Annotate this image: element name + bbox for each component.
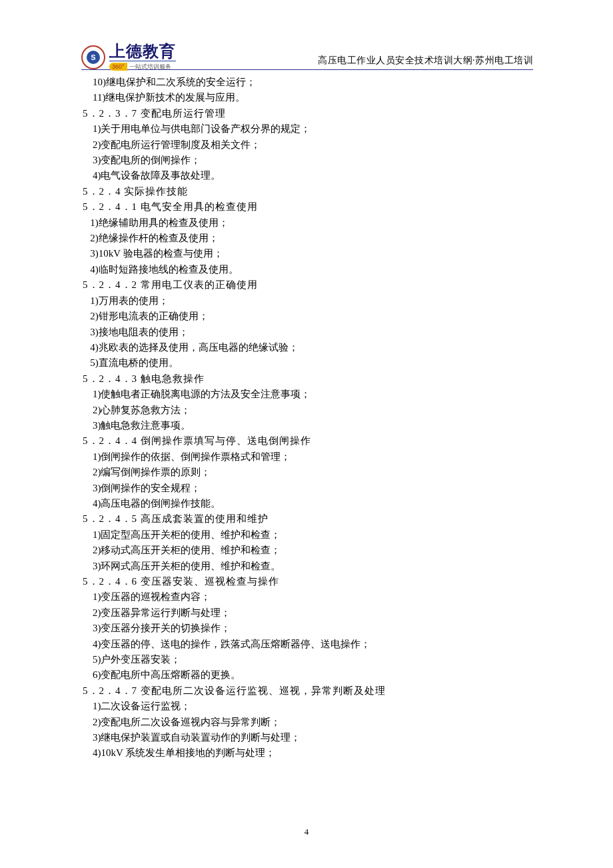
text-line: 3)触电急救注意事项。 — [83, 418, 534, 433]
text-line: 4)10kV 系统发生单相接地的判断与处理； — [83, 745, 534, 761]
text-line: 1)二次设备运行监视； — [83, 699, 534, 714]
logo: S 上德教育 360° 一站式培训服务 — [81, 43, 176, 71]
text-line: 3)接地电阻表的使用； — [83, 325, 534, 340]
text-line: 10)继电保护和二次系统的安全运行； — [83, 75, 534, 90]
text-line: 1)倒闸操作的依据、倒闸操作票格式和管理； — [83, 449, 534, 465]
text-line: 5．2．4．4 倒闸操作票填写与停、送电倒闸操作 — [83, 433, 534, 449]
text-line: 2)变配电所二次设备巡视内容与异常判断； — [83, 715, 534, 730]
text-line: 3)变配电所的倒闸操作； — [83, 153, 534, 168]
logo-badge-icon: S — [81, 45, 105, 69]
text-line: 2)绝缘操作杆的检查及使用； — [83, 231, 534, 246]
text-line: 2)变配电所运行管理制度及相关文件； — [83, 137, 534, 153]
text-line: 11)继电保护新技术的发展与应用。 — [83, 90, 534, 105]
text-line: 4)临时短路接地线的检查及使用。 — [83, 262, 534, 277]
text-line: 2)编写倒闸操作票的原则； — [83, 465, 534, 480]
text-line: 1)绝缘辅助用具的检查及使用； — [83, 215, 534, 231]
text-line: 2)钳形电流表的正确使用； — [83, 309, 534, 324]
logo-text: 上德教育 360° 一站式培训服务 — [109, 43, 176, 71]
text-line: 2)移动式高压开关柜的使用、维护和检查； — [83, 543, 534, 558]
text-line: 5)户外变压器安装； — [83, 652, 534, 667]
text-line: 5．2．4．3 触电急救操作 — [83, 371, 534, 387]
text-line: 3)倒闸操作的安全规程； — [83, 481, 534, 496]
text-line: 5．2．3．7 变配电所运行管理 — [83, 106, 534, 121]
document-page: S 上德教育 360° 一站式培训服务 高压电工作业人员安全技术培训大纲·苏州电… — [0, 0, 613, 868]
text-line: 5．2．4 实际操作技能 — [83, 184, 534, 199]
text-line: 4)电气设备故障及事故处理。 — [83, 168, 534, 183]
text-line: 5．2．4．2 常用电工仪表的正确使用 — [83, 277, 534, 293]
text-line: 2)心肺复苏急救方法； — [83, 403, 534, 418]
text-line: 3)环网式高压开关柜的使用、维护和检查。 — [83, 559, 534, 574]
logo-letter: S — [87, 51, 100, 64]
text-line: 5．2．4．6 变压器安装、巡视检查与操作 — [83, 574, 534, 589]
text-line: 1)固定型高压开关柜的使用、维护和检查； — [83, 527, 534, 543]
text-line: 3)变压器分接开关的切换操作； — [83, 621, 534, 636]
page-header: S 上德教育 360° 一站式培训服务 高压电工作业人员安全技术培训大纲·苏州电… — [81, 37, 533, 70]
header-right-text: 高压电工作业人员安全技术培训大纲·苏州电工培训 — [318, 55, 533, 69]
text-line: 5．2．4．5 高压成套装置的使用和维护 — [83, 511, 534, 527]
text-line: 5．2．4．1 电气安全用具的检查使用 — [83, 199, 534, 215]
page-number: 4 — [0, 827, 613, 837]
text-line: 4)兆欧表的选择及使用，高压电器的绝缘试验； — [83, 340, 534, 355]
text-line: 3)继电保护装置或自动装置动作的判断与处理； — [83, 730, 534, 745]
document-body: 10)继电保护和二次系统的安全运行； 11)继电保护新技术的发展与应用。5．2．… — [83, 75, 534, 761]
logo-subtitle: 一站式培训服务 — [129, 64, 171, 70]
text-line: 2)变压器异常运行判断与处理； — [83, 605, 534, 621]
text-line: 1)万用表的使用； — [83, 293, 534, 309]
text-line: 5)直流电桥的使用。 — [83, 355, 534, 371]
text-line: 1)使触电者正确脱离电源的方法及安全注意事项； — [83, 387, 534, 402]
text-line: 4)变压器的停、送电的操作，跌落式高压熔断器停、送电操作； — [83, 637, 534, 652]
text-line: 5．2．4．7 变配电所二次设备运行监视、巡视，异常判断及处理 — [83, 683, 534, 699]
logo-pill: 360° — [109, 63, 127, 71]
text-line: 1)关于用电单位与供电部门设备产权分界的规定； — [83, 121, 534, 137]
logo-subtitle-wrap: 360° 一站式培训服务 — [109, 63, 176, 71]
text-line: 6)变配电所中高压熔断器的更换。 — [83, 667, 534, 683]
logo-title: 上德教育 — [109, 43, 176, 61]
text-line: 3)10kV 验电器的检查与使用； — [83, 246, 534, 261]
text-line: 1)变压器的巡视检查内容； — [83, 589, 534, 605]
text-line: 4)高压电器的倒闸操作技能。 — [83, 496, 534, 511]
